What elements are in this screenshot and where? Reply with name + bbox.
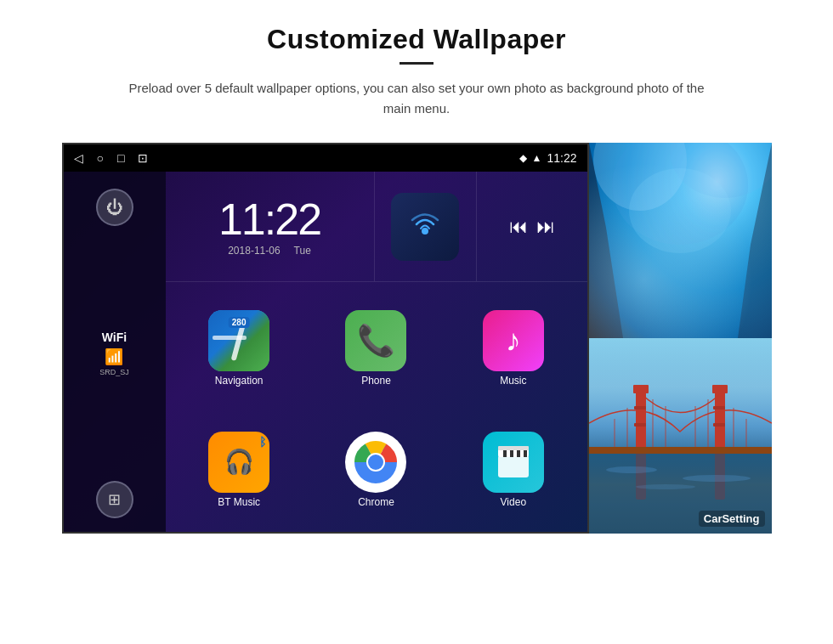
bridge-scene-bg	[589, 338, 772, 534]
bt-music-label: BT Music	[218, 496, 260, 508]
wallpaper-panels: CarSetting	[589, 143, 772, 534]
svg-point-12	[593, 143, 687, 211]
right-content: 11:22 2018-11-06 Tue	[166, 172, 587, 534]
bluetooth-symbol: ᛒ	[259, 435, 266, 449]
svg-rect-20	[712, 385, 728, 393]
wifi-label: WiFi	[99, 330, 129, 344]
svg-point-35	[606, 466, 657, 473]
ice-cave-svg	[589, 143, 772, 338]
svg-point-36	[683, 475, 751, 482]
chrome-icon	[345, 432, 406, 493]
power-button[interactable]: ⏻	[96, 189, 133, 226]
clapperboard-svg	[493, 442, 534, 483]
clock-time: 11:22	[218, 197, 320, 241]
prev-track-button[interactable]: ⏮	[509, 216, 528, 238]
recent-icon[interactable]: □	[117, 151, 124, 165]
headphone-icon: 🎧	[224, 448, 254, 476]
power-icon: ⏻	[106, 198, 123, 217]
svg-rect-33	[589, 447, 772, 454]
svg-rect-11	[498, 446, 529, 450]
radio-icon-box	[391, 193, 459, 261]
route-badge: 280	[229, 317, 250, 328]
svg-rect-5	[498, 455, 529, 477]
bridge-svg	[589, 338, 772, 534]
chrome-label: Chrome	[358, 496, 394, 508]
app-item-phone[interactable]: 📞 Phone	[309, 289, 443, 407]
app-item-music[interactable]: ♪ Music	[446, 289, 580, 407]
status-bar-left: ◁ ○ □ ⊡	[74, 151, 149, 165]
title-divider	[400, 62, 434, 65]
phone-icon: 📞	[345, 310, 406, 371]
music-icon: ♪	[483, 310, 544, 371]
wifi-signal-icon: ▲	[532, 152, 542, 164]
wifi-section: WiFi 📶 SRD_SJ	[99, 330, 129, 376]
video-icon	[483, 432, 544, 493]
left-sidebar: ⏻ WiFi 📶 SRD_SJ ⊞	[64, 172, 166, 534]
svg-rect-22	[634, 423, 646, 427]
clock-day-value: Tue	[294, 245, 311, 257]
wifi-network-name: SRD_SJ	[99, 368, 129, 376]
svg-point-14	[612, 143, 748, 245]
main-content: ⏻ WiFi 📶 SRD_SJ ⊞	[64, 172, 587, 534]
svg-rect-23	[713, 406, 725, 410]
phone-label: Phone	[361, 375, 391, 387]
screen-area: ◁ ○ □ ⊡ ◆ ▲ 11:22 ⏻	[62, 143, 772, 534]
status-bar: ◁ ○ □ ⊡ ◆ ▲ 11:22	[64, 144, 587, 172]
page-wrapper: Customized Wallpaper Preload over 5 defa…	[0, 0, 833, 644]
radio-signal-svg	[404, 206, 446, 248]
page-title: Customized Wallpaper	[267, 24, 566, 55]
navigation-label: Navigation	[215, 375, 264, 387]
ice-cave-bg	[589, 143, 772, 338]
page-subtitle: Preload over 5 default wallpaper options…	[119, 78, 714, 119]
media-buttons: ⏮ ⏭	[477, 172, 587, 281]
svg-point-37	[636, 484, 695, 489]
svg-point-4	[368, 455, 383, 470]
location-icon: ◆	[519, 152, 527, 164]
apps-grid-icon: ⊞	[108, 490, 121, 509]
clock-widget: 11:22 2018-11-06 Tue	[166, 172, 375, 281]
svg-rect-19	[633, 385, 649, 393]
next-track-button[interactable]: ⏭	[536, 216, 555, 238]
chrome-svg	[350, 437, 401, 488]
svg-point-13	[670, 143, 772, 198]
clock-date-value: 2018-11-06	[228, 245, 280, 257]
video-label: Video	[501, 496, 526, 508]
svg-rect-21	[634, 406, 646, 410]
navigation-icon: 280	[208, 310, 269, 371]
status-bar-right: ◆ ▲ 11:22	[519, 151, 577, 165]
radio-widget[interactable]	[375, 172, 477, 281]
app-item-chrome[interactable]: Chrome	[309, 410, 443, 528]
back-icon[interactable]: ◁	[74, 151, 83, 165]
bt-music-icon: 🎧 ᛒ	[208, 432, 269, 493]
svg-point-15	[629, 168, 731, 253]
app-item-navigation[interactable]: 280 Navigation	[173, 289, 306, 407]
app-item-bt-music[interactable]: 🎧 ᛒ BT Music	[173, 410, 306, 528]
home-icon[interactable]: ○	[97, 151, 104, 165]
carsetting-label: CarSetting	[699, 511, 765, 527]
apps-drawer-button[interactable]: ⊞	[96, 481, 133, 518]
svg-rect-24	[713, 423, 725, 427]
status-time: 11:22	[547, 151, 576, 165]
apps-grid: 280 Navigation 📞 Phone	[166, 282, 587, 534]
svg-point-0	[422, 228, 428, 234]
android-screen: ◁ ○ □ ⊡ ◆ ▲ 11:22 ⏻	[62, 143, 589, 534]
music-label: Music	[500, 375, 526, 387]
screenshot-icon[interactable]: ⊡	[138, 151, 148, 165]
app-item-video[interactable]: Video	[446, 410, 580, 528]
top-row: 11:22 2018-11-06 Tue	[166, 172, 587, 282]
wallpaper-top	[589, 143, 772, 338]
clock-date: 2018-11-06 Tue	[228, 245, 311, 257]
wifi-bars-icon: 📶	[99, 347, 129, 366]
wallpaper-bottom: CarSetting	[589, 338, 772, 534]
